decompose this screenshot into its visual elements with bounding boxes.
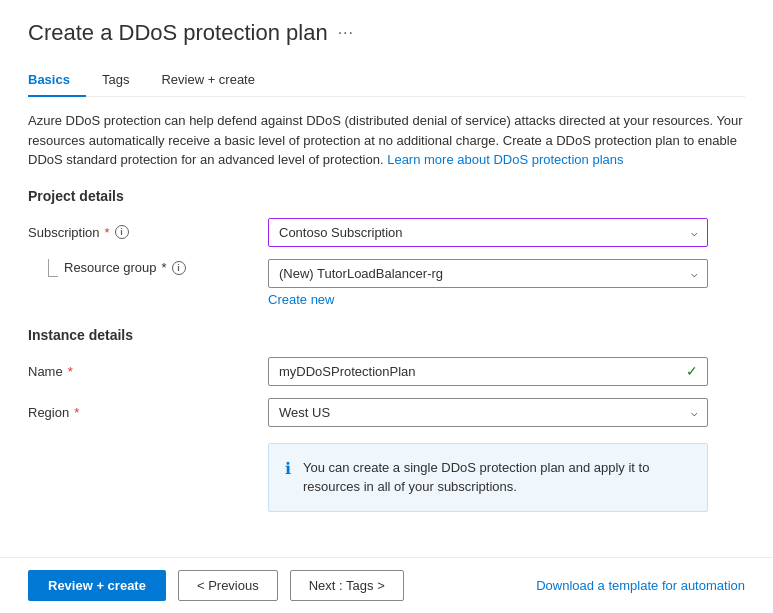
subscription-select-wrapper: Contoso Subscription ⌵ xyxy=(268,218,708,247)
main-content: Create a DDoS protection plan ··· Basics… xyxy=(0,0,773,557)
resource-group-field-wrapper: (New) TutorLoadBalancer-rg ⌵ Create new xyxy=(268,259,708,307)
resource-group-row: Resource group * i (New) TutorLoadBalanc… xyxy=(28,259,745,307)
resource-group-select-wrapper: (New) TutorLoadBalancer-rg ⌵ xyxy=(268,259,708,288)
info-box-text: You can create a single DDoS protection … xyxy=(303,458,691,497)
info-box: ℹ You can create a single DDoS protectio… xyxy=(268,443,708,512)
learn-more-link[interactable]: Learn more about DDoS protection plans xyxy=(387,152,623,167)
subscription-select[interactable]: Contoso Subscription xyxy=(268,218,708,247)
region-row: Region * West US ⌵ xyxy=(28,398,745,427)
next-button[interactable]: Next : Tags > xyxy=(290,570,404,601)
region-select[interactable]: West US xyxy=(268,398,708,427)
region-label: Region * xyxy=(28,405,268,420)
resource-group-select[interactable]: (New) TutorLoadBalancer-rg xyxy=(268,259,708,288)
download-template-link[interactable]: Download a template for automation xyxy=(536,578,745,593)
subscription-info-icon[interactable]: i xyxy=(115,225,129,239)
description-text: Azure DDoS protection can help defend ag… xyxy=(28,111,745,170)
name-label: Name * xyxy=(28,364,268,379)
tab-review-create[interactable]: Review + create xyxy=(145,64,271,97)
resource-group-label-wrapper: Resource group * i xyxy=(28,259,268,277)
page-title-row: Create a DDoS protection plan ··· xyxy=(28,20,745,46)
region-required: * xyxy=(74,405,79,420)
name-field-wrapper: ✓ xyxy=(268,357,708,386)
subscription-required: * xyxy=(105,225,110,240)
name-row: Name * ✓ xyxy=(28,357,745,386)
subscription-label: Subscription * i xyxy=(28,225,268,240)
page-container: Create a DDoS protection plan ··· Basics… xyxy=(0,0,773,613)
review-create-button[interactable]: Review + create xyxy=(28,570,166,601)
more-options-icon[interactable]: ··· xyxy=(338,24,354,42)
tab-tags[interactable]: Tags xyxy=(86,64,145,97)
name-required: * xyxy=(68,364,73,379)
resource-group-required: * xyxy=(162,260,167,275)
subscription-row: Subscription * i Contoso Subscription ⌵ xyxy=(28,218,745,247)
page-title: Create a DDoS protection plan xyxy=(28,20,328,46)
info-box-icon: ℹ xyxy=(285,459,291,478)
name-valid-icon: ✓ xyxy=(686,363,698,379)
previous-button[interactable]: < Previous xyxy=(178,570,278,601)
resource-group-indent: Resource group * i xyxy=(38,259,186,277)
resource-group-info-icon[interactable]: i xyxy=(172,261,186,275)
footer: Review + create < Previous Next : Tags >… xyxy=(0,557,773,613)
instance-details-title: Instance details xyxy=(28,327,745,343)
indent-connector xyxy=(48,259,58,277)
region-select-wrapper: West US ⌵ xyxy=(268,398,708,427)
instance-details-section: Instance details Name * ✓ Region * xyxy=(28,327,745,512)
name-input[interactable] xyxy=(268,357,708,386)
create-new-link[interactable]: Create new xyxy=(268,292,334,307)
project-details-title: Project details xyxy=(28,188,745,204)
project-details-section: Project details Subscription * i Contoso… xyxy=(28,188,745,307)
tabs-row: Basics Tags Review + create xyxy=(28,64,745,97)
tab-basics[interactable]: Basics xyxy=(28,64,86,97)
resource-group-label-area: Resource group * i xyxy=(64,260,186,275)
